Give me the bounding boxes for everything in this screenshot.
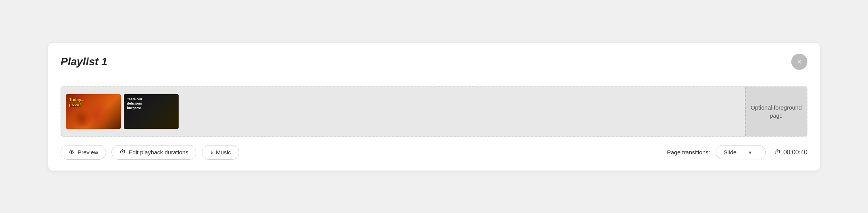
foreground-panel[interactable]: Optional foreground page [745,87,807,136]
toolbar-right: Page transitions: Slide ▾ ⏱ 00:00:40 [667,145,807,159]
clock-circle-icon: ⏱ [120,149,126,156]
transitions-select[interactable]: Slide ▾ [716,145,766,159]
timeline-area: Today... pizza! Taste our delicious burg… [61,86,807,137]
slide-label-burger: Taste our delicious burgers! [127,97,142,111]
duration-clock-icon: ⏱ [774,149,781,156]
slides-container: Today... pizza! Taste our delicious burg… [61,87,745,136]
preview-button[interactable]: 👁 Preview [61,145,106,160]
transitions-value: Slide [724,149,736,156]
close-button[interactable]: × [791,54,807,70]
transitions-group: Page transitions: Slide ▾ [667,145,766,159]
slide-label-pizza: Today... pizza! [69,97,84,107]
card-header: Playlist 1 × [61,54,807,77]
transitions-label: Page transitions: [667,149,710,156]
edit-playback-button[interactable]: ⏱ Edit playback durations [111,145,196,160]
toolbar: 👁 Preview ⏱ Edit playback durations ♪ Mu… [61,145,807,160]
playlist-card: Playlist 1 × Today... pizza! Taste our d… [48,43,820,171]
eye-icon: 👁 [69,149,75,156]
slide-thumb-pizza[interactable]: Today... pizza! [66,94,121,129]
foreground-label: Optional foreground page [750,103,802,120]
music-label: Music [216,149,231,156]
playlist-title: Playlist 1 [61,56,107,68]
edit-playback-label: Edit playback durations [128,149,188,156]
preview-label: Preview [78,149,98,156]
toolbar-left: 👁 Preview ⏱ Edit playback durations ♪ Mu… [61,145,667,160]
slide-thumb-burger[interactable]: Taste our delicious burgers! [124,94,179,129]
music-button[interactable]: ♪ Music [202,145,239,160]
duration-display: ⏱ 00:00:40 [774,149,807,156]
music-icon: ♪ [210,149,213,156]
chevron-down-icon: ▾ [749,149,751,156]
duration-value: 00:00:40 [784,149,807,156]
